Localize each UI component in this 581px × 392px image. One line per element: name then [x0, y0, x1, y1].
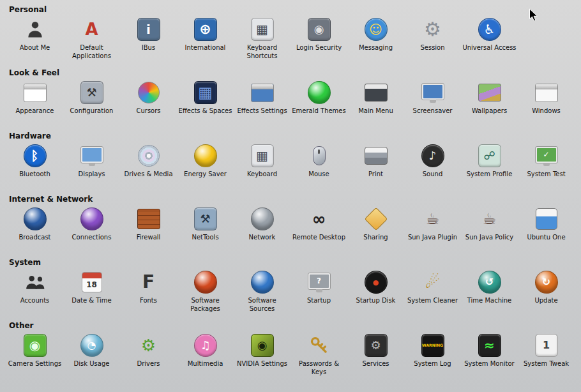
launcher-nettools[interactable]: ⚒NetTools [177, 206, 234, 242]
launcher-wallpapers[interactable]: Wallpapers [461, 79, 518, 116]
coffee-cup-icon: ☕ [419, 206, 447, 232]
launcher-startup[interactable]: ?Startup [290, 269, 347, 313]
launcher-displays[interactable]: Displays [63, 142, 120, 179]
workspace-grid-icon: ▦ [192, 79, 220, 106]
launcher-label: Disk Usage [74, 360, 110, 368]
launcher-label: Cursors [136, 107, 160, 116]
launcher-mouse[interactable]: Mouse [290, 142, 347, 179]
launcher-firewall[interactable]: Firewall [120, 206, 177, 242]
launcher-software-sources[interactable]: Software Sources [234, 269, 290, 313]
launcher-ibus[interactable]: iIBus [120, 16, 177, 60]
launcher-session[interactable]: ⚙Session [404, 16, 461, 60]
services-gear-icon: ⚙ [362, 332, 390, 359]
launcher-system-cleaner[interactable]: ☄System Cleaner [404, 269, 461, 313]
letter-f-icon: F [135, 269, 163, 296]
launcher-emerald-themes[interactable]: Emerald Themes [290, 79, 347, 116]
launcher-label: IBus [142, 44, 155, 52]
chat-smiley-icon: ☺ [362, 16, 390, 43]
launcher-label: Drives & Media [124, 170, 172, 179]
launcher-sun-java-plugin[interactable]: ☕Sun Java Plugin [404, 206, 461, 242]
launcher-keyboard-shortcuts[interactable]: ▦Keyboard Shortcuts [234, 16, 290, 60]
launcher-label: Main Menu [358, 107, 393, 116]
launcher-appearance[interactable]: Appearance [6, 79, 63, 116]
globe-icon: ⊕ [192, 16, 220, 43]
section-other: Other◉Camera Settings◔Disk Usage⚙Drivers… [0, 319, 581, 382]
puppet-icon: ☍ [476, 142, 504, 169]
launcher-effects-settings[interactable]: Effects Settings [234, 79, 290, 116]
launcher-system-test[interactable]: ✓System Test [518, 142, 575, 179]
tweak-gauge-icon: 1 [532, 332, 561, 359]
launcher-network[interactable]: Network [234, 206, 290, 242]
launcher-label: System Test [527, 170, 565, 179]
launcher-print[interactable]: Print [347, 142, 404, 179]
launcher-remote-desktop[interactable]: ∞Remote Desktop [290, 206, 347, 242]
launcher-energy-saver[interactable]: Energy Saver [177, 142, 234, 179]
launcher-date-time[interactable]: 18Date & Time [63, 269, 120, 313]
launcher-passwords-keys[interactable]: Passwords & Keys [290, 332, 347, 376]
launcher-drivers[interactable]: ⚙Drivers [120, 332, 177, 376]
launcher-login-security[interactable]: ◉Login Security [290, 16, 347, 60]
launcher-label: Connections [72, 234, 112, 242]
icon-grid: Accounts18Date & TimeFFontsSoftware Pack… [0, 269, 581, 313]
launcher-nvidia-settings[interactable]: ◉NVIDIA Settings [234, 332, 290, 376]
launcher-system-profile[interactable]: ☍System Profile [461, 142, 518, 179]
launcher-accounts[interactable]: Accounts [6, 269, 63, 313]
settings-grid-panel: PersonalAbout MeADefault ApplicationsiIB… [0, 0, 581, 382]
ubuntu-one-icon [532, 206, 561, 232]
launcher-sun-java-policy[interactable]: ☕Sun Java Policy [461, 206, 518, 242]
launcher-cursors[interactable]: Cursors [120, 79, 177, 116]
launcher-label: Login Security [296, 44, 342, 52]
launcher-system-log[interactable]: WARNINGSystem Log [404, 332, 461, 376]
lightbulb-icon [192, 142, 220, 169]
section-title: Hardware [0, 129, 581, 142]
launcher-update[interactable]: ↻Update [518, 269, 575, 313]
launcher-international[interactable]: ⊕International [177, 16, 234, 60]
launcher-ubuntu-one[interactable]: Ubuntu One [518, 206, 575, 242]
launcher-label: Keyboard Shortcuts [235, 44, 290, 60]
launcher-sound[interactable]: ♪Sound [404, 142, 461, 179]
launcher-default-applications[interactable]: ADefault Applications [63, 16, 120, 60]
launcher-bluetooth[interactable]: ᛒBluetooth [6, 142, 63, 179]
network-tools-icon: ⚒ [192, 206, 220, 232]
launcher-software-packages[interactable]: Software Packages [177, 269, 234, 313]
launcher-label: Effects Settings [237, 107, 287, 116]
icon-grid: ◉Camera Settings◔Disk Usage⚙Drivers♫Mult… [0, 332, 581, 376]
launcher-multimedia[interactable]: ♫Multimedia [177, 332, 234, 376]
launcher-system-tweak[interactable]: 1System Tweak [518, 332, 575, 376]
launcher-keyboard[interactable]: ▦Keyboard [234, 142, 290, 179]
launcher-connections[interactable]: Connections [63, 206, 120, 242]
launcher-broadcast[interactable]: Broadcast [6, 206, 63, 242]
monitor-icon [78, 142, 106, 169]
launcher-startup-disk[interactable]: ●Startup Disk [347, 269, 404, 313]
broom-icon: ☄ [419, 269, 447, 296]
launcher-main-menu[interactable]: Main Menu [347, 79, 404, 116]
user-silhouette-icon [21, 16, 49, 43]
launcher-camera-settings[interactable]: ◉Camera Settings [6, 332, 63, 376]
launcher-label: Services [362, 360, 389, 368]
launcher-time-machine[interactable]: ↺Time Machine [461, 269, 518, 313]
launcher-effects-spaces[interactable]: ▦Effects & Spaces [177, 79, 234, 116]
launcher-label: Bluetooth [19, 170, 50, 179]
launcher-label: Mouse [308, 170, 329, 179]
launcher-label: Universal Access [462, 44, 516, 52]
launcher-sharing[interactable]: Sharing [347, 206, 404, 242]
launcher-messaging[interactable]: ☺Messaging [347, 16, 404, 60]
launcher-configuration[interactable]: ⚒Configuration [63, 79, 120, 116]
launcher-screensaver[interactable]: Screensaver [404, 79, 461, 116]
launcher-label: NetTools [192, 234, 218, 242]
launcher-windows[interactable]: Windows [518, 79, 575, 116]
launcher-system-monitor[interactable]: ≈System Monitor [461, 332, 518, 376]
effects-window-icon [248, 79, 276, 106]
wallpaper-icon [476, 79, 504, 106]
launcher-fonts[interactable]: FFonts [120, 269, 177, 313]
launcher-about-me[interactable]: About Me [6, 16, 63, 60]
launcher-disk-usage[interactable]: ◔Disk Usage [63, 332, 120, 376]
launcher-services[interactable]: ⚙Services [347, 332, 404, 376]
launcher-label: Windows [532, 107, 561, 116]
launcher-label: System Profile [467, 170, 513, 179]
section-title: System [0, 255, 581, 269]
menu-bar-icon [362, 79, 390, 106]
launcher-drives-media[interactable]: Drives & Media [120, 142, 177, 179]
launcher-label: Ubuntu One [527, 234, 565, 242]
launcher-universal-access[interactable]: ♿Universal Access [461, 16, 518, 60]
